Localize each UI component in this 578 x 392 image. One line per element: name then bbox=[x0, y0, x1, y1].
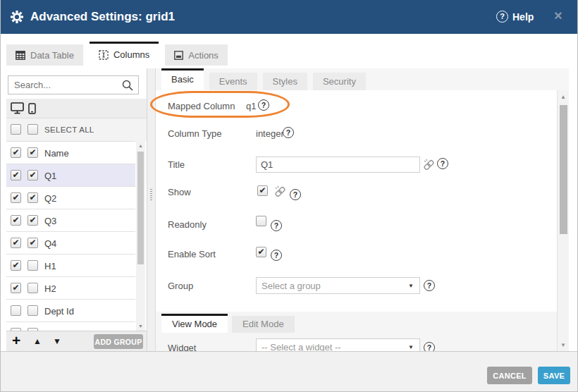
tab-styles[interactable]: Styles bbox=[263, 73, 307, 90]
show-link-icon[interactable] bbox=[274, 185, 286, 200]
show-help-icon[interactable]: ? bbox=[290, 189, 301, 200]
list-item-label: Dept Id bbox=[44, 306, 74, 317]
desktop-visibility-checkbox[interactable]: ✔ bbox=[11, 192, 21, 203]
desktop-icon bbox=[11, 102, 24, 117]
help-link[interactable]: Help bbox=[512, 0, 534, 34]
list-scrollbar-thumb[interactable] bbox=[137, 152, 144, 264]
desktop-visibility-checkbox[interactable]: ✔ bbox=[11, 170, 21, 180]
desktop-visibility-checkbox[interactable]: ✔ bbox=[11, 238, 21, 248]
mobile-visibility-checkbox[interactable]: ✔ bbox=[27, 192, 38, 203]
tab-label: Columns bbox=[113, 49, 149, 60]
mobile-visibility-checkbox[interactable] bbox=[27, 305, 38, 316]
desktop-visibility-checkbox[interactable]: ✔ bbox=[11, 283, 21, 293]
list-item[interactable]: ✔✔Q3 bbox=[6, 209, 135, 232]
title-link-icon[interactable] bbox=[423, 159, 435, 173]
close-icon[interactable]: × bbox=[554, 0, 562, 31]
list-item[interactable]: ✔✔Q2 bbox=[6, 187, 135, 209]
mobile-icon bbox=[28, 103, 36, 117]
panel-scrollbar[interactable]: ▲ ▼ bbox=[557, 90, 569, 351]
tab-basic[interactable]: Basic bbox=[161, 68, 204, 90]
mobile-visibility-checkbox[interactable]: ✔ bbox=[27, 238, 38, 248]
mobile-visibility-checkbox[interactable] bbox=[27, 283, 38, 293]
tab-security[interactable]: Security bbox=[313, 73, 366, 90]
list-item-label: Q4 bbox=[44, 238, 56, 249]
widget-select-value: -- Select a widget -- bbox=[262, 342, 341, 351]
chevron-down-icon: ▼ bbox=[408, 344, 414, 350]
mobile-visibility-checkbox[interactable]: ✔ bbox=[27, 215, 38, 226]
tab-columns[interactable]: Columns bbox=[90, 42, 159, 66]
panel-splitter[interactable] bbox=[147, 68, 156, 351]
readonly-checkbox[interactable] bbox=[256, 216, 266, 226]
column-type-value: integer bbox=[256, 128, 284, 139]
list-item[interactable]: ✔✔Q1 bbox=[6, 164, 135, 187]
mobile-visibility-checkbox[interactable]: ✔ bbox=[27, 170, 38, 180]
column-type-label: Column Type bbox=[168, 128, 221, 139]
widget-select[interactable]: -- Select a widget -- ▼ bbox=[256, 338, 420, 351]
advanced-settings-dialog: Advanced Settings: grid1 ? Help × Data T… bbox=[0, 0, 578, 392]
list-item[interactable]: Budget bbox=[6, 322, 135, 331]
cancel-button[interactable]: CANCEL bbox=[487, 367, 532, 384]
add-group-button[interactable]: ADD GROUP bbox=[94, 334, 143, 349]
move-down-button[interactable]: ▼ bbox=[53, 336, 61, 346]
mapped-column-help-icon[interactable]: ? bbox=[258, 99, 269, 111]
scroll-down-icon[interactable]: ▼ bbox=[136, 324, 145, 329]
mobile-visibility-checkbox[interactable]: ✔ bbox=[27, 147, 38, 158]
scroll-up-icon[interactable]: ▲ bbox=[558, 94, 569, 100]
tab-edit-mode[interactable]: Edit Mode bbox=[232, 316, 295, 333]
widget-label: Widget bbox=[168, 343, 196, 351]
desktop-visibility-checkbox[interactable]: ✔ bbox=[11, 215, 21, 226]
search-input[interactable] bbox=[8, 76, 120, 94]
title-help-icon[interactable]: ? bbox=[437, 158, 448, 169]
columns-icon bbox=[99, 50, 109, 60]
select-all-desktop-checkbox[interactable] bbox=[11, 124, 21, 135]
gear-icon bbox=[10, 10, 24, 27]
desktop-visibility-checkbox[interactable] bbox=[11, 305, 21, 316]
select-all-mobile-checkbox[interactable] bbox=[27, 124, 38, 135]
save-button[interactable]: SAVE bbox=[538, 367, 570, 384]
column-list: ✔✔Name✔✔Q1✔✔Q2✔✔Q3✔✔Q4✔H1✔H2Dept IdBudge… bbox=[6, 141, 135, 331]
search-icon[interactable] bbox=[121, 79, 134, 94]
tab-events[interactable]: Events bbox=[209, 73, 257, 90]
settings-form: Mapped Column q1 ? Column Type integer ?… bbox=[156, 90, 557, 351]
splitter-handle-icon[interactable] bbox=[150, 189, 152, 202]
tab-actions[interactable]: Actions bbox=[165, 44, 228, 66]
group-help-icon[interactable]: ? bbox=[424, 280, 435, 291]
list-item[interactable]: Dept Id bbox=[6, 300, 135, 322]
scroll-down-icon[interactable]: ▼ bbox=[558, 342, 569, 348]
widget-help-icon[interactable]: ? bbox=[424, 342, 435, 351]
columns-sidebar: SELECT ALL ✔✔Name✔✔Q1✔✔Q2✔✔Q3✔✔Q4✔H1✔H2D… bbox=[6, 71, 147, 351]
tab-view-mode[interactable]: View Mode bbox=[161, 314, 228, 333]
add-column-button[interactable]: + bbox=[12, 332, 20, 349]
tab-data-table[interactable]: Data Table bbox=[6, 44, 83, 66]
desktop-visibility-checkbox[interactable]: ✔ bbox=[11, 147, 21, 158]
data-table-icon bbox=[16, 51, 25, 60]
show-checkbox[interactable]: ✔ bbox=[257, 185, 268, 196]
list-item[interactable]: ✔✔Name bbox=[6, 142, 135, 164]
main-tab-bar: Data Table Columns Actions bbox=[6, 42, 228, 66]
mapped-column-label: Mapped Column bbox=[168, 101, 235, 111]
help-icon[interactable]: ? bbox=[496, 11, 508, 23]
list-toolbar: + ▲ ▼ ADD GROUP bbox=[6, 331, 147, 351]
chevron-down-icon: ▼ bbox=[408, 283, 414, 289]
select-all-row[interactable]: SELECT ALL bbox=[6, 118, 147, 141]
enable-sort-checkbox[interactable]: ✔ bbox=[256, 247, 266, 257]
select-all-label: SELECT ALL bbox=[44, 125, 94, 134]
list-item-label: Q3 bbox=[44, 216, 56, 226]
list-item[interactable]: ✔H2 bbox=[6, 277, 135, 300]
list-item-label: Name bbox=[44, 148, 69, 159]
list-scrollbar[interactable]: ▲ ▼ bbox=[136, 141, 145, 331]
group-select[interactable]: Select a group ▼ bbox=[256, 277, 420, 294]
list-item[interactable]: ✔✔Q4 bbox=[6, 232, 135, 255]
list-item[interactable]: ✔H1 bbox=[6, 255, 135, 277]
scroll-up-icon[interactable]: ▲ bbox=[136, 143, 145, 148]
panel-scrollbar-thumb[interactable] bbox=[560, 105, 567, 234]
mobile-visibility-checkbox[interactable] bbox=[27, 260, 38, 271]
column-type-help-icon[interactable]: ? bbox=[283, 127, 294, 138]
desktop-visibility-checkbox[interactable]: ✔ bbox=[11, 260, 21, 271]
move-up-button[interactable]: ▲ bbox=[33, 336, 42, 346]
readonly-help-icon[interactable]: ? bbox=[271, 220, 282, 231]
enable-sort-help-icon[interactable]: ? bbox=[271, 250, 282, 261]
title-input[interactable] bbox=[256, 157, 420, 173]
dialog-header: Advanced Settings: grid1 ? Help × bbox=[1, 0, 577, 34]
readonly-label: Readonly bbox=[168, 219, 207, 230]
